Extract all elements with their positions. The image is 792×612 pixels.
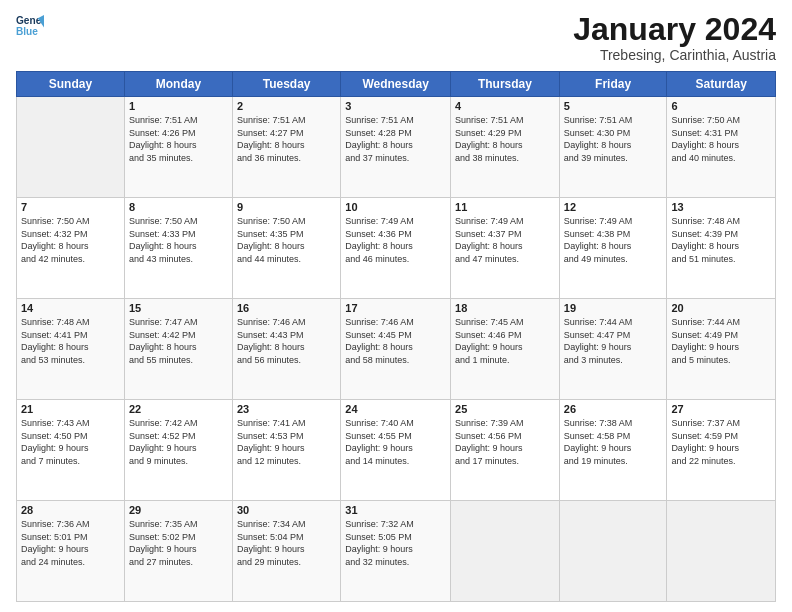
subtitle: Trebesing, Carinthia, Austria	[573, 47, 776, 63]
day-number: 6	[671, 100, 771, 112]
day-number: 11	[455, 201, 555, 213]
day-info: Sunrise: 7:44 AM Sunset: 4:47 PM Dayligh…	[564, 316, 663, 366]
day-number: 18	[455, 302, 555, 314]
calendar-cell: 4Sunrise: 7:51 AM Sunset: 4:29 PM Daylig…	[451, 97, 560, 198]
day-number: 20	[671, 302, 771, 314]
day-info: Sunrise: 7:35 AM Sunset: 5:02 PM Dayligh…	[129, 518, 228, 568]
calendar-header-friday: Friday	[559, 72, 667, 97]
main-title: January 2024	[573, 12, 776, 47]
day-info: Sunrise: 7:49 AM Sunset: 4:37 PM Dayligh…	[455, 215, 555, 265]
calendar-cell	[667, 501, 776, 602]
calendar-cell: 28Sunrise: 7:36 AM Sunset: 5:01 PM Dayli…	[17, 501, 125, 602]
day-number: 1	[129, 100, 228, 112]
day-info: Sunrise: 7:51 AM Sunset: 4:27 PM Dayligh…	[237, 114, 336, 164]
calendar-header-row: SundayMondayTuesdayWednesdayThursdayFrid…	[17, 72, 776, 97]
day-number: 7	[21, 201, 120, 213]
calendar-cell: 26Sunrise: 7:38 AM Sunset: 4:58 PM Dayli…	[559, 400, 667, 501]
day-number: 30	[237, 504, 336, 516]
calendar-cell	[559, 501, 667, 602]
day-number: 29	[129, 504, 228, 516]
calendar-cell: 22Sunrise: 7:42 AM Sunset: 4:52 PM Dayli…	[124, 400, 232, 501]
calendar-header-saturday: Saturday	[667, 72, 776, 97]
day-number: 13	[671, 201, 771, 213]
day-info: Sunrise: 7:50 AM Sunset: 4:33 PM Dayligh…	[129, 215, 228, 265]
calendar-cell: 3Sunrise: 7:51 AM Sunset: 4:28 PM Daylig…	[341, 97, 451, 198]
calendar-cell: 9Sunrise: 7:50 AM Sunset: 4:35 PM Daylig…	[233, 198, 341, 299]
calendar-header-wednesday: Wednesday	[341, 72, 451, 97]
day-number: 5	[564, 100, 663, 112]
day-info: Sunrise: 7:46 AM Sunset: 4:43 PM Dayligh…	[237, 316, 336, 366]
day-info: Sunrise: 7:45 AM Sunset: 4:46 PM Dayligh…	[455, 316, 555, 366]
day-number: 27	[671, 403, 771, 415]
day-number: 28	[21, 504, 120, 516]
day-info: Sunrise: 7:47 AM Sunset: 4:42 PM Dayligh…	[129, 316, 228, 366]
calendar-cell: 14Sunrise: 7:48 AM Sunset: 4:41 PM Dayli…	[17, 299, 125, 400]
calendar-cell: 13Sunrise: 7:48 AM Sunset: 4:39 PM Dayli…	[667, 198, 776, 299]
day-info: Sunrise: 7:51 AM Sunset: 4:29 PM Dayligh…	[455, 114, 555, 164]
day-info: Sunrise: 7:34 AM Sunset: 5:04 PM Dayligh…	[237, 518, 336, 568]
calendar-week-3: 14Sunrise: 7:48 AM Sunset: 4:41 PM Dayli…	[17, 299, 776, 400]
day-info: Sunrise: 7:43 AM Sunset: 4:50 PM Dayligh…	[21, 417, 120, 467]
day-number: 3	[345, 100, 446, 112]
day-info: Sunrise: 7:50 AM Sunset: 4:32 PM Dayligh…	[21, 215, 120, 265]
calendar-cell: 6Sunrise: 7:50 AM Sunset: 4:31 PM Daylig…	[667, 97, 776, 198]
calendar-cell: 30Sunrise: 7:34 AM Sunset: 5:04 PM Dayli…	[233, 501, 341, 602]
title-block: January 2024 Trebesing, Carinthia, Austr…	[573, 12, 776, 63]
calendar-cell: 21Sunrise: 7:43 AM Sunset: 4:50 PM Dayli…	[17, 400, 125, 501]
day-info: Sunrise: 7:38 AM Sunset: 4:58 PM Dayligh…	[564, 417, 663, 467]
day-info: Sunrise: 7:40 AM Sunset: 4:55 PM Dayligh…	[345, 417, 446, 467]
svg-text:Blue: Blue	[16, 26, 38, 37]
calendar-cell: 8Sunrise: 7:50 AM Sunset: 4:33 PM Daylig…	[124, 198, 232, 299]
day-info: Sunrise: 7:51 AM Sunset: 4:26 PM Dayligh…	[129, 114, 228, 164]
calendar-week-5: 28Sunrise: 7:36 AM Sunset: 5:01 PM Dayli…	[17, 501, 776, 602]
day-number: 19	[564, 302, 663, 314]
day-number: 26	[564, 403, 663, 415]
day-number: 4	[455, 100, 555, 112]
calendar-week-1: 1Sunrise: 7:51 AM Sunset: 4:26 PM Daylig…	[17, 97, 776, 198]
calendar-cell: 27Sunrise: 7:37 AM Sunset: 4:59 PM Dayli…	[667, 400, 776, 501]
day-info: Sunrise: 7:32 AM Sunset: 5:05 PM Dayligh…	[345, 518, 446, 568]
day-number: 25	[455, 403, 555, 415]
day-number: 15	[129, 302, 228, 314]
calendar-cell	[17, 97, 125, 198]
calendar-week-2: 7Sunrise: 7:50 AM Sunset: 4:32 PM Daylig…	[17, 198, 776, 299]
day-info: Sunrise: 7:41 AM Sunset: 4:53 PM Dayligh…	[237, 417, 336, 467]
header: General Blue January 2024 Trebesing, Car…	[16, 12, 776, 63]
calendar-cell: 11Sunrise: 7:49 AM Sunset: 4:37 PM Dayli…	[451, 198, 560, 299]
calendar-header-tuesday: Tuesday	[233, 72, 341, 97]
calendar-cell	[451, 501, 560, 602]
calendar-cell: 15Sunrise: 7:47 AM Sunset: 4:42 PM Dayli…	[124, 299, 232, 400]
day-info: Sunrise: 7:48 AM Sunset: 4:39 PM Dayligh…	[671, 215, 771, 265]
calendar-body: 1Sunrise: 7:51 AM Sunset: 4:26 PM Daylig…	[17, 97, 776, 602]
day-number: 21	[21, 403, 120, 415]
day-number: 23	[237, 403, 336, 415]
calendar-header-sunday: Sunday	[17, 72, 125, 97]
day-number: 12	[564, 201, 663, 213]
calendar-cell: 16Sunrise: 7:46 AM Sunset: 4:43 PM Dayli…	[233, 299, 341, 400]
calendar-cell: 18Sunrise: 7:45 AM Sunset: 4:46 PM Dayli…	[451, 299, 560, 400]
day-number: 2	[237, 100, 336, 112]
calendar-header-monday: Monday	[124, 72, 232, 97]
calendar-cell: 5Sunrise: 7:51 AM Sunset: 4:30 PM Daylig…	[559, 97, 667, 198]
day-info: Sunrise: 7:39 AM Sunset: 4:56 PM Dayligh…	[455, 417, 555, 467]
calendar-table: SundayMondayTuesdayWednesdayThursdayFrid…	[16, 71, 776, 602]
day-info: Sunrise: 7:49 AM Sunset: 4:38 PM Dayligh…	[564, 215, 663, 265]
calendar-cell: 25Sunrise: 7:39 AM Sunset: 4:56 PM Dayli…	[451, 400, 560, 501]
day-info: Sunrise: 7:46 AM Sunset: 4:45 PM Dayligh…	[345, 316, 446, 366]
day-number: 10	[345, 201, 446, 213]
day-info: Sunrise: 7:42 AM Sunset: 4:52 PM Dayligh…	[129, 417, 228, 467]
day-info: Sunrise: 7:50 AM Sunset: 4:35 PM Dayligh…	[237, 215, 336, 265]
calendar-cell: 20Sunrise: 7:44 AM Sunset: 4:49 PM Dayli…	[667, 299, 776, 400]
calendar-cell: 7Sunrise: 7:50 AM Sunset: 4:32 PM Daylig…	[17, 198, 125, 299]
day-number: 9	[237, 201, 336, 213]
logo: General Blue	[16, 12, 44, 40]
calendar-cell: 10Sunrise: 7:49 AM Sunset: 4:36 PM Dayli…	[341, 198, 451, 299]
calendar-cell: 2Sunrise: 7:51 AM Sunset: 4:27 PM Daylig…	[233, 97, 341, 198]
calendar-cell: 31Sunrise: 7:32 AM Sunset: 5:05 PM Dayli…	[341, 501, 451, 602]
day-number: 14	[21, 302, 120, 314]
calendar-cell: 17Sunrise: 7:46 AM Sunset: 4:45 PM Dayli…	[341, 299, 451, 400]
day-number: 17	[345, 302, 446, 314]
day-info: Sunrise: 7:50 AM Sunset: 4:31 PM Dayligh…	[671, 114, 771, 164]
day-info: Sunrise: 7:48 AM Sunset: 4:41 PM Dayligh…	[21, 316, 120, 366]
day-number: 22	[129, 403, 228, 415]
